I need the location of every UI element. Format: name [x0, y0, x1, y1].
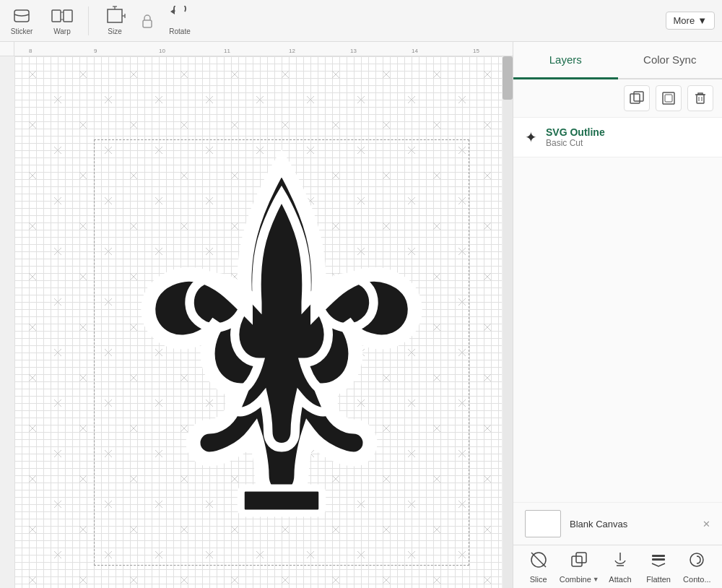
ruler-mark-9: 9: [94, 48, 97, 54]
size-icon: [103, 6, 126, 26]
svg-rect-1: [52, 10, 61, 22]
blank-canvas-close-button[interactable]: ✕: [703, 519, 710, 529]
vertical-scrollbar[interactable]: [503, 56, 513, 588]
svg-rect-28: [576, 553, 586, 563]
sticker-tool[interactable]: Sticker: [7, 6, 36, 35]
svg-rect-17: [241, 488, 323, 514]
flatten-icon: [649, 550, 668, 573]
ruler-horizontal: 8 9 10 11 12 13 14 15: [14, 42, 513, 56]
scrollbar-thumb[interactable]: [503, 56, 513, 100]
right-panel: Layers Color Sync: [513, 42, 722, 588]
blank-canvas-row: Blank Canvas ✕: [513, 502, 722, 545]
warp-tool[interactable]: Warp: [48, 6, 77, 35]
duplicate-button[interactable]: [624, 85, 650, 111]
panel-bottom-toolbar: Slice Combine ▼: [513, 545, 722, 588]
sticker-icon: [10, 6, 33, 26]
layer-item-subtext: Basic Cut: [546, 138, 710, 148]
svg-rect-18: [630, 94, 640, 103]
svg-marker-11: [170, 9, 175, 14]
fleur-de-lis[interactable]: [101, 143, 462, 562]
layer-item-svg-outline[interactable]: ✦ SVG Outline Basic Cut: [513, 118, 722, 157]
attach-button[interactable]: Attach: [603, 550, 638, 584]
svg-rect-20: [663, 92, 674, 104]
svg-rect-21: [665, 95, 672, 102]
panel-content: ✦ SVG Outline Basic Cut Blank Canvas ✕: [513, 118, 722, 545]
duplicate-icon: [630, 91, 644, 105]
move-to-mat-button[interactable]: [656, 85, 682, 111]
separator-1: [88, 7, 89, 35]
toolbar: Sticker Warp Size: [0, 0, 722, 42]
layer-item-icon: ✦: [525, 129, 537, 146]
svg-rect-32: [652, 558, 665, 561]
ruler-mark-14: 14: [412, 48, 418, 54]
rotate-icon: [168, 6, 191, 26]
svg-rect-19: [634, 92, 643, 101]
layer-item-name: SVG Outline: [546, 126, 710, 138]
tab-layers[interactable]: Layers: [513, 42, 618, 79]
ruler-mark-8: 8: [29, 48, 32, 54]
more-button[interactable]: More ▼: [666, 12, 716, 30]
ruler-mark-15: 15: [473, 48, 479, 54]
canvas-area: 8 9 10 11 12 13 14 15: [0, 42, 513, 588]
blank-canvas-thumbnail: [525, 510, 561, 537]
combine-dropdown-arrow: ▼: [593, 576, 599, 583]
contour-icon: [687, 550, 706, 573]
delete-icon: [693, 91, 708, 105]
panel-icons-row: [513, 79, 722, 118]
svg-rect-2: [64, 10, 72, 22]
blank-canvas-label: Blank Canvas: [570, 519, 627, 529]
svg-rect-10: [143, 20, 152, 27]
attach-icon: [611, 550, 630, 573]
grid-canvas[interactable]: [14, 56, 502, 588]
warp-icon: [51, 6, 74, 26]
flatten-button[interactable]: Flatten: [641, 550, 676, 584]
ruler-mark-10: 10: [159, 48, 165, 54]
slice-button[interactable]: Slice: [521, 550, 556, 584]
ruler-mark-13: 13: [350, 48, 357, 54]
svg-rect-22: [697, 95, 704, 103]
rotate-tool[interactable]: Rotate: [165, 6, 194, 35]
size-tool[interactable]: Size: [100, 6, 129, 35]
move-to-mat-icon: [661, 91, 676, 105]
svg-rect-27: [572, 556, 582, 566]
main-area: 8 9 10 11 12 13 14 15: [0, 42, 722, 588]
delete-button[interactable]: [687, 85, 713, 111]
panel-tabs: Layers Color Sync: [513, 42, 722, 79]
tab-color-sync[interactable]: Color Sync: [618, 42, 723, 78]
lock-icon[interactable]: [141, 13, 154, 29]
svg-rect-5: [108, 9, 122, 22]
contour-button[interactable]: Conto...: [679, 550, 714, 584]
combine-button[interactable]: Combine ▼: [560, 550, 599, 584]
svg-rect-31: [652, 555, 665, 557]
ruler-mark-11: 11: [224, 48, 230, 54]
ruler-corner: [0, 42, 14, 56]
ruler-mark-12: 12: [289, 48, 295, 54]
layer-item-info: SVG Outline Basic Cut: [546, 126, 710, 148]
slice-icon: [529, 550, 548, 573]
combine-icon: [570, 550, 588, 573]
